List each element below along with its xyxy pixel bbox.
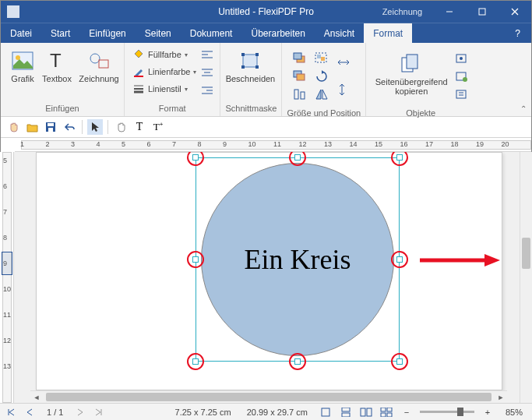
fuellfarbe-button[interactable]: Füllfarbe▾ xyxy=(129,46,199,63)
object-settings-icon[interactable] xyxy=(455,89,467,100)
next-page-icon[interactable] xyxy=(74,406,86,418)
text-plus-tool-icon[interactable]: T+ xyxy=(150,119,166,135)
align-center-icon[interactable] xyxy=(201,68,213,79)
view-book-icon[interactable] xyxy=(379,405,393,419)
collapse-ribbon-icon[interactable]: ⌃ xyxy=(520,104,527,113)
tab-start[interactable]: Start xyxy=(41,23,79,43)
text-tool-icon[interactable]: T xyxy=(132,119,147,135)
tab-datei[interactable]: Datei xyxy=(1,23,41,43)
tab-format[interactable]: Format xyxy=(364,23,412,43)
tab-seiten[interactable]: Seiten xyxy=(136,23,181,43)
svg-point-41 xyxy=(460,57,463,60)
svg-rect-49 xyxy=(48,128,53,132)
ribbon-group-schnittmaske: Beschneiden Schnittmaske xyxy=(220,43,282,116)
app-icon xyxy=(7,5,19,18)
annotation-circle xyxy=(187,251,204,268)
svg-rect-57 xyxy=(387,408,392,411)
svg-rect-48 xyxy=(48,123,54,126)
crop-icon xyxy=(238,49,262,72)
size-height-icon[interactable] xyxy=(336,83,351,97)
view-single-icon[interactable] xyxy=(319,405,333,419)
workarea: 5678910111213 Ein Kreis xyxy=(0,152,532,403)
tab-dokument[interactable]: Dokument xyxy=(181,23,242,43)
ribbon-group-objekte: Seitenübergreifend kopieren Objekte xyxy=(366,43,475,116)
annotation-arrow xyxy=(418,252,504,268)
rotate-icon[interactable] xyxy=(315,70,329,83)
annotation-circle xyxy=(187,353,204,370)
svg-rect-8 xyxy=(99,60,108,68)
view-continuous-icon[interactable] xyxy=(339,405,353,419)
svg-rect-53 xyxy=(342,413,350,417)
menubar: Datei Start Einfügen Seiten Dokument Übe… xyxy=(1,23,531,43)
ruler-vertical[interactable]: 5678910111213 xyxy=(0,152,14,403)
scrollbar-horizontal[interactable]: ◄ ► xyxy=(30,390,507,403)
save-icon[interactable] xyxy=(43,119,58,135)
svg-rect-1 xyxy=(479,9,485,15)
svg-rect-25 xyxy=(241,65,245,69)
svg-rect-30 xyxy=(297,74,305,80)
align-icon[interactable] xyxy=(293,88,307,101)
open-icon[interactable] xyxy=(24,119,40,135)
annotation-circle xyxy=(391,251,408,268)
linienfarbe-button[interactable]: Linienfarbe▾ xyxy=(129,63,199,80)
align-right-icon[interactable] xyxy=(201,86,213,97)
hand-tool-icon[interactable] xyxy=(5,119,21,135)
group-icon[interactable] xyxy=(315,52,329,65)
page[interactable]: Ein Kreis xyxy=(36,152,502,390)
tab-ansicht[interactable]: Ansicht xyxy=(315,23,364,43)
beschneiden-button[interactable]: Beschneiden xyxy=(225,46,275,83)
prev-page-icon[interactable] xyxy=(23,406,36,418)
svg-point-7 xyxy=(90,54,100,63)
selection-box xyxy=(196,157,400,362)
flip-icon[interactable] xyxy=(315,88,329,101)
canvas[interactable]: Ein Kreis ◄ ► xyxy=(14,152,520,403)
scrollbar-vertical[interactable] xyxy=(520,152,532,403)
zoom-slider[interactable] xyxy=(420,411,474,413)
view-facing-icon[interactable] xyxy=(359,405,373,419)
tab-ueberarbeiten[interactable]: Überarbeiten xyxy=(241,23,314,43)
svg-rect-31 xyxy=(294,90,298,99)
ruler-horizontal[interactable]: 1234567891011121314151617181920 xyxy=(15,138,531,152)
ribbon: Grafik T Textbox Zeichnung Einfügen Füll… xyxy=(1,43,531,117)
linienstil-button[interactable]: Linienstil▾ xyxy=(129,80,199,97)
object-lock-icon[interactable] xyxy=(455,53,467,64)
pointer-tool-icon[interactable] xyxy=(87,119,103,135)
send-back-icon[interactable] xyxy=(293,70,307,83)
svg-rect-9 xyxy=(134,76,143,77)
help-button[interactable]: ? xyxy=(504,23,531,43)
svg-rect-44 xyxy=(456,90,466,98)
zoom-level: 85% xyxy=(501,408,527,417)
object-properties-icon[interactable] xyxy=(455,71,467,82)
grafik-button[interactable]: Grafik xyxy=(5,46,40,83)
svg-rect-34 xyxy=(317,55,321,58)
zeichnung-button[interactable]: Zeichnung xyxy=(79,46,119,83)
svg-point-5 xyxy=(16,55,20,60)
undo-icon[interactable] xyxy=(62,119,77,135)
textbox-button[interactable]: T Textbox xyxy=(40,46,74,83)
seitenuebergreifend-button[interactable]: Seitenübergreifend kopieren xyxy=(372,49,450,96)
svg-rect-54 xyxy=(361,408,365,416)
selection-size: 7.25 x 7.25 cm xyxy=(171,408,236,417)
first-page-icon[interactable] xyxy=(5,406,17,418)
copy-pages-icon xyxy=(400,52,423,76)
last-page-icon[interactable] xyxy=(93,406,105,418)
svg-rect-55 xyxy=(367,408,372,416)
minimize-button[interactable] xyxy=(433,1,466,23)
size-width-icon[interactable] xyxy=(336,57,351,68)
ribbon-group-format: Füllfarbe▾ Linienfarbe▾ Linienstil▾ Form… xyxy=(125,43,220,116)
align-left-icon[interactable] xyxy=(201,50,213,61)
zoom-out-button[interactable]: − xyxy=(400,405,414,419)
annotation-circle xyxy=(289,353,306,370)
pan-tool-icon[interactable] xyxy=(113,119,129,135)
document-size: 20.99 x 29.7 cm xyxy=(242,408,312,417)
svg-rect-28 xyxy=(294,53,301,59)
bring-front-icon[interactable] xyxy=(293,52,307,65)
page-indicator: 1 / 1 xyxy=(42,408,68,417)
maximize-button[interactable] xyxy=(466,1,499,23)
tab-einfuegen[interactable]: Einfügen xyxy=(79,23,135,43)
zoom-in-button[interactable]: + xyxy=(481,405,495,419)
svg-rect-52 xyxy=(342,408,350,411)
svg-point-43 xyxy=(463,77,467,82)
window-title: Untitled - FlexiPDF Pro xyxy=(218,6,314,17)
close-button[interactable] xyxy=(499,1,531,23)
